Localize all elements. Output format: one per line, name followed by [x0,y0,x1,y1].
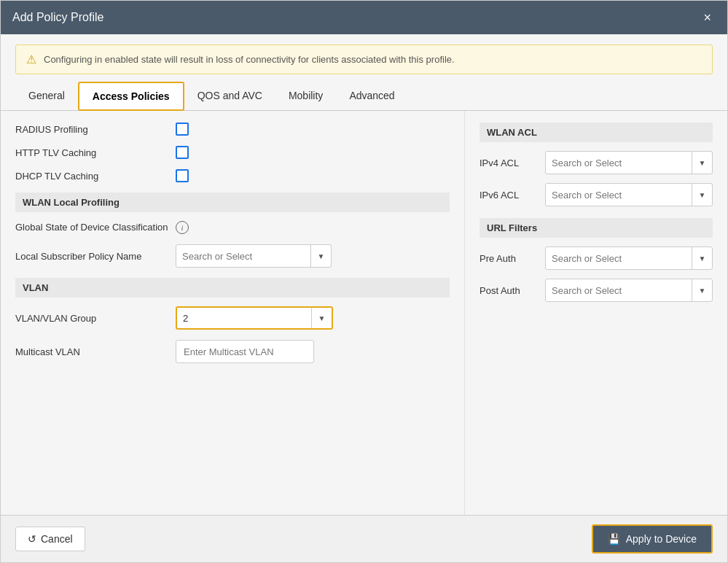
vlan-group-input[interactable] [177,313,311,324]
url-filters-section: URL Filters Pre Auth ▼ Post Auth ▼ [480,218,713,302]
radius-profiling-checkbox[interactable] [176,123,189,136]
local-subscriber-input[interactable] [176,251,310,262]
apply-icon: 💾 [608,533,620,545]
dhcp-tlv-label: DHCP TLV Caching [15,171,176,182]
ipv4-acl-select[interactable]: ▼ [545,151,713,174]
tab-general[interactable]: General [15,82,78,110]
left-panel: RADIUS Profiling HTTP TLV Caching DHCP T… [1,111,465,515]
ipv4-acl-label: IPv4 ACL [480,158,545,168]
cancel-button[interactable]: ↺ Cancel [15,527,85,551]
ipv4-acl-row: IPv4 ACL ▼ [480,151,713,174]
warning-icon: ⚠ [26,53,36,66]
vlan-group-row: VLAN/VLAN Group ▼ [15,306,450,330]
warning-banner: ⚠ Configuring in enabled state will resu… [15,44,713,74]
radius-profiling-label: RADIUS Profiling [15,124,176,135]
http-tlv-row: HTTP TLV Caching [15,146,450,159]
cancel-icon: ↺ [28,533,36,545]
pre-auth-row: Pre Auth ▼ [480,246,713,270]
ipv6-acl-arrow[interactable]: ▼ [692,184,712,206]
multicast-vlan-input[interactable] [176,340,314,363]
tab-access-policies[interactable]: Access Policies [78,82,184,111]
pre-auth-input[interactable] [546,253,692,264]
apply-to-device-button[interactable]: 💾 Apply to Device [592,524,713,554]
post-auth-label: Post Auth [480,285,545,296]
dhcp-tlv-checkbox[interactable] [176,169,189,182]
post-auth-input[interactable] [546,285,692,296]
multicast-vlan-label: Multicast VLAN [15,346,176,357]
apply-label: Apply to Device [626,533,697,545]
wlan-acl-section-header: WLAN ACL [480,123,713,142]
modal-title: Add Policy Profile [12,11,103,24]
right-panel: WLAN ACL IPv4 ACL ▼ IPv6 ACL ▼ URL Filt [465,111,727,515]
modal-header: Add Policy Profile × [1,1,727,34]
http-tlv-checkbox[interactable] [176,146,189,159]
ipv6-acl-label: IPv6 ACL [480,190,545,201]
local-subscriber-arrow[interactable]: ▼ [310,245,331,267]
wlan-local-section-header: WLAN Local Profiling [15,193,450,212]
tab-advanced[interactable]: Advanced [336,82,407,110]
global-state-row: Global State of Device Classification i [15,221,450,234]
tabs-row: General Access Policies QOS and AVC Mobi… [1,82,727,111]
info-icon: i [176,221,189,234]
modal-body: RADIUS Profiling HTTP TLV Caching DHCP T… [1,111,727,515]
global-state-label: Global State of Device Classification [15,222,176,234]
cancel-label: Cancel [41,533,73,545]
tab-qos-avc[interactable]: QOS and AVC [184,82,275,110]
ipv4-acl-input[interactable] [546,158,692,168]
vlan-group-select[interactable]: ▼ [176,306,333,330]
pre-auth-label: Pre Auth [480,253,545,264]
vlan-group-arrow[interactable]: ▼ [311,308,332,328]
vlan-section-header: VLAN [15,278,450,298]
modal-footer: ↺ Cancel 💾 Apply to Device [1,515,727,562]
url-filters-section-header: URL Filters [480,218,713,238]
pre-auth-arrow[interactable]: ▼ [692,247,712,269]
http-tlv-label: HTTP TLV Caching [15,147,176,158]
warning-text: Configuring in enabled state will result… [44,54,455,65]
local-subscriber-label: Local Subscriber Policy Name [15,251,176,262]
multicast-vlan-row: Multicast VLAN [15,340,450,363]
dhcp-tlv-row: DHCP TLV Caching [15,169,450,182]
ipv6-acl-row: IPv6 ACL ▼ [480,183,713,206]
radius-profiling-row: RADIUS Profiling [15,123,450,136]
ipv6-acl-input[interactable] [546,190,692,201]
vlan-group-label: VLAN/VLAN Group [15,313,176,324]
local-subscriber-select[interactable]: ▼ [176,244,332,268]
ipv6-acl-select[interactable]: ▼ [545,183,713,206]
local-subscriber-row: Local Subscriber Policy Name ▼ [15,244,450,268]
post-auth-row: Post Auth ▼ [480,279,713,302]
close-button[interactable]: × [699,9,716,26]
post-auth-arrow[interactable]: ▼ [692,279,712,301]
post-auth-select[interactable]: ▼ [545,279,713,302]
ipv4-acl-arrow[interactable]: ▼ [692,152,712,174]
tab-mobility[interactable]: Mobility [275,82,336,110]
pre-auth-select[interactable]: ▼ [545,246,713,270]
